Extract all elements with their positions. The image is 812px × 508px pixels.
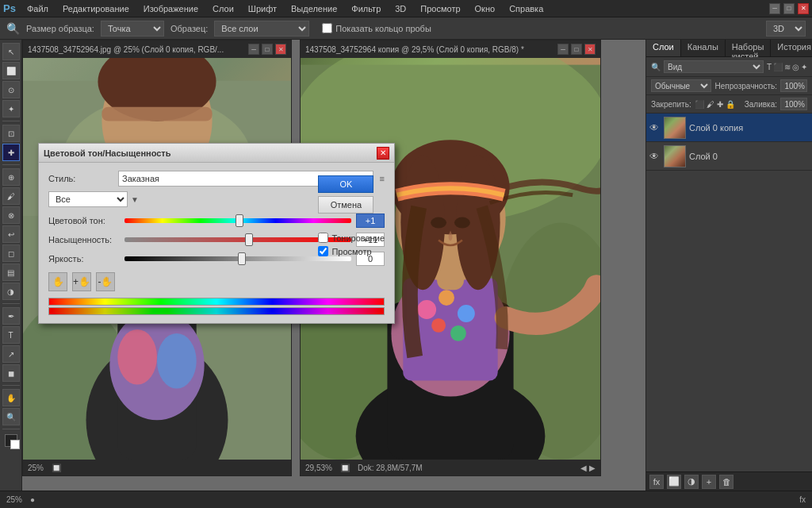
dialog-buttons: OK Отмена Тонирование Просмотр [318, 175, 385, 256]
toning-checkbox[interactable] [318, 233, 328, 243]
lock-position-icon[interactable]: ✚ [717, 100, 723, 109]
menu-view[interactable]: Просмотр [414, 2, 466, 15]
filter-icon-5[interactable]: ✦ [801, 63, 807, 71]
lock-all-icon[interactable]: 🔒 [726, 100, 735, 109]
brush-tool[interactable]: 🖌 [2, 187, 20, 205]
preview-checkbox[interactable] [318, 246, 328, 256]
lasso-tool[interactable]: ⊙ [2, 81, 20, 98]
lock-transparent-icon[interactable]: ⬛ [695, 100, 704, 109]
menubar: Ps Файл Редактирование Изображение Слои … [0, 0, 812, 17]
lock-image-icon[interactable]: 🖌 [707, 100, 714, 109]
clone-tool[interactable]: ⊗ [2, 206, 20, 224]
opacity-input[interactable] [780, 79, 807, 92]
add-layer-mask-btn[interactable]: ⬜ [667, 475, 681, 489]
size-select[interactable]: Точка [101, 21, 164, 37]
pen-tool[interactable]: ✒ [2, 307, 20, 325]
eraser-tool[interactable]: ◻ [2, 244, 20, 262]
tab-brushes[interactable]: Наборы кистей [726, 40, 772, 56]
dialog-titlebar: Цветовой тон/Насыщенность ✕ [39, 144, 394, 163]
hue-thumb[interactable] [236, 214, 243, 227]
layer-original-visibility[interactable]: 👁 [649, 151, 661, 162]
menu-3d[interactable]: 3D [389, 2, 412, 15]
window-minimize[interactable]: ─ [769, 3, 780, 14]
eyedropper-dialog-btn[interactable]: ✋ [48, 272, 67, 291]
move-tool[interactable]: ↖ [2, 43, 20, 60]
menu-file[interactable]: Файл [21, 2, 55, 15]
layer-item-original[interactable]: 👁 Слой 0 [646, 142, 812, 171]
status-tool: ● [30, 495, 35, 504]
doc2-close[interactable]: ✕ [584, 44, 596, 55]
doc1-close[interactable]: ✕ [275, 44, 286, 55]
delete-layer-btn[interactable]: 🗑 [719, 475, 733, 489]
foreground-color[interactable] [5, 434, 17, 447]
doc1-maximize[interactable]: □ [262, 44, 273, 55]
svg-point-38 [431, 217, 446, 229]
hue-label: Цветовой тон: [48, 216, 120, 225]
remove-sample-btn[interactable]: -✋ [96, 272, 115, 291]
menu-edit[interactable]: Редактирование [56, 2, 136, 15]
new-layer-btn[interactable]: + [702, 475, 716, 489]
zoom-tool[interactable]: 🔍 [2, 408, 20, 425]
tab-layers[interactable]: Слои [646, 40, 681, 56]
add-sample-btn[interactable]: +✋ [72, 272, 91, 291]
magic-wand-tool[interactable]: ✦ [2, 100, 20, 117]
toning-label: Тонирование [331, 233, 385, 243]
gradient-tool[interactable]: ▤ [2, 264, 20, 281]
preview-row: Просмотр [318, 246, 385, 256]
layer-fx-btn[interactable]: fx [649, 475, 664, 489]
dialog-close-button[interactable]: ✕ [377, 147, 389, 160]
hand-tool[interactable]: ✋ [2, 389, 20, 406]
cancel-button[interactable]: Отмена [318, 196, 373, 214]
blending-mode-select[interactable]: Обычные [651, 79, 711, 92]
eyedropper-tool[interactable]: ✚ [2, 144, 20, 161]
crop-tool[interactable]: ⊡ [2, 125, 20, 142]
saturation-label: Насыщенность: [48, 235, 120, 244]
history-brush[interactable]: ↩ [2, 225, 20, 243]
marquee-tool[interactable]: ⬜ [2, 62, 20, 79]
svg-point-29 [439, 290, 454, 306]
doc2-maximize[interactable]: □ [571, 44, 582, 55]
dodge-tool[interactable]: ◑ [2, 283, 20, 300]
hue-saturation-dialog: Цветовой тон/Насыщенность ✕ Стиль: Заказ… [38, 143, 395, 324]
filter-icon-2[interactable]: ⬛ [773, 63, 783, 71]
show-ring-checkbox[interactable] [322, 23, 332, 33]
doc2-minimize[interactable]: ─ [557, 44, 569, 55]
layer-copy-visibility[interactable]: 👁 [649, 122, 661, 133]
rainbow-bars [48, 298, 385, 315]
rainbow-original [48, 298, 385, 306]
window-maximize[interactable]: □ [783, 3, 795, 14]
menu-window[interactable]: Окно [469, 2, 502, 15]
shape-tool[interactable]: ◼ [2, 364, 20, 382]
tab-history[interactable]: История [771, 40, 812, 56]
menu-select[interactable]: Выделение [285, 2, 343, 15]
lightness-thumb[interactable] [238, 252, 246, 265]
menu-image[interactable]: Изображение [137, 2, 205, 15]
menu-help[interactable]: Справка [503, 2, 550, 15]
healing-tool[interactable]: ⊕ [2, 168, 20, 186]
menu-filter[interactable]: Фильтр [345, 2, 387, 15]
sample-select[interactable]: Все слои [214, 21, 309, 37]
window-close[interactable]: ✕ [798, 3, 809, 14]
background-color[interactable] [10, 440, 20, 449]
text-tool[interactable]: T [2, 326, 20, 344]
fill-label: Заливка: [745, 100, 777, 109]
saturation-thumb[interactable] [245, 233, 253, 246]
path-selection[interactable]: ↗ [2, 345, 20, 363]
menu-font[interactable]: Шрифт [242, 2, 283, 15]
filter-icon-3[interactable]: ≋ [784, 63, 791, 71]
filter-icon-4[interactable]: ◎ [792, 63, 799, 71]
doc1-minimize[interactable]: ─ [248, 44, 259, 55]
status-zoom: 25% [6, 495, 22, 504]
3d-select[interactable]: 3D [766, 21, 806, 37]
menu-layers[interactable]: Слои [206, 2, 240, 15]
lock-label: Закрепить: [651, 100, 691, 109]
filter-icon-1[interactable]: T [767, 63, 772, 71]
fill-input[interactable] [780, 98, 807, 110]
style-label: Стиль: [48, 174, 112, 183]
channel-select[interactable]: Все [48, 191, 128, 207]
new-fill-layer-btn[interactable]: ◑ [684, 475, 699, 489]
layer-kind-select[interactable]: Вид [664, 60, 764, 73]
tab-channels[interactable]: Каналы [681, 40, 726, 56]
ok-button[interactable]: OK [318, 175, 373, 193]
layer-item-copy[interactable]: 👁 Слой 0 копия [646, 114, 812, 142]
